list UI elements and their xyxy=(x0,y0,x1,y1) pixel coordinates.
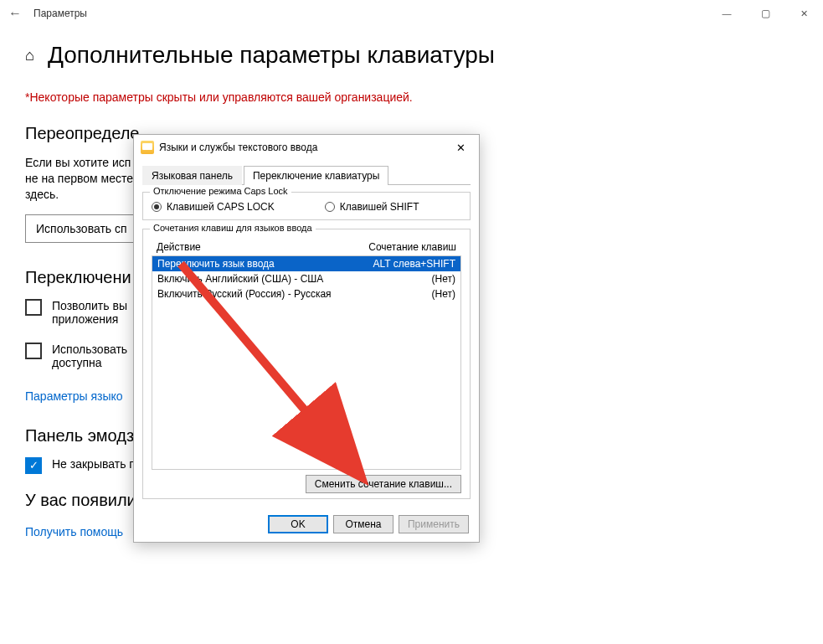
group-label: Сочетания клавиш для языков ввода xyxy=(150,223,316,233)
change-hotkey-button[interactable]: Сменить сочетание клавиш... xyxy=(306,475,461,493)
radio-icon xyxy=(152,202,162,212)
dialog-title: Языки и службы текстового ввода xyxy=(159,142,317,153)
radio-label: Клавишей CAPS LOCK xyxy=(167,201,275,213)
cell-action: Включить Английский (США) - США xyxy=(157,273,323,285)
get-help-link[interactable]: Получить помощь xyxy=(25,525,123,538)
apply-button[interactable]: Применить xyxy=(399,515,469,533)
window-titlebar: ← Параметры xyxy=(0,0,823,27)
language-bar-options-link[interactable]: Параметры языко xyxy=(25,389,123,403)
checkbox-label: Позволить вы приложения xyxy=(52,299,127,326)
back-icon[interactable]: ← xyxy=(8,6,33,21)
radio-icon xyxy=(325,202,335,212)
col-keys: Сочетание клавиш xyxy=(368,241,456,253)
home-icon[interactable]: ⌂ xyxy=(25,47,34,64)
capslock-group: Отключение режима Caps Lock Клавишей CAP… xyxy=(142,192,471,220)
radio-capslock-shift[interactable]: Клавишей SHIFT xyxy=(325,201,419,213)
list-item[interactable]: Включить Русский (Россия) - Русская (Нет… xyxy=(152,286,460,301)
page-heading: Дополнительные параметры клавиатуры xyxy=(48,42,495,69)
cell-keys: ALT слева+SHIFT xyxy=(373,258,456,270)
override-language-button[interactable]: Использовать сп xyxy=(25,214,138,243)
checkbox-label: Использовать доступна xyxy=(52,343,127,369)
checkbox-icon xyxy=(25,457,42,474)
maximize-button[interactable] xyxy=(746,0,784,27)
ok-button[interactable]: OK xyxy=(268,515,328,533)
window-title: Параметры xyxy=(33,8,87,19)
list-item[interactable]: Переключить язык ввода ALT слева+SHIFT xyxy=(152,256,460,271)
dialog-close-button[interactable]: ✕ xyxy=(449,142,472,154)
group-label: Отключение режима Caps Lock xyxy=(150,186,291,196)
cell-keys: (Нет) xyxy=(432,273,455,285)
radio-capslock-caps[interactable]: Клавишей CAPS LOCK xyxy=(152,201,275,213)
list-header: Действие Сочетание клавиш xyxy=(152,238,461,255)
keyboard-icon xyxy=(141,141,154,154)
list-item[interactable]: Включить Английский (США) - США (Нет) xyxy=(152,271,460,286)
heading-row: ⌂ Дополнительные параметры клавиатуры xyxy=(25,42,798,69)
cancel-button[interactable]: Отмена xyxy=(333,515,393,533)
minimize-button[interactable] xyxy=(707,0,746,27)
dialog-titlebar: Языки и службы текстового ввода ✕ xyxy=(134,135,479,160)
col-action: Действие xyxy=(157,241,201,253)
close-button[interactable] xyxy=(784,0,823,27)
cell-action: Включить Русский (Россия) - Русская xyxy=(157,288,332,300)
checkbox-icon xyxy=(25,299,42,316)
hotkey-list[interactable]: Переключить язык ввода ALT слева+SHIFT В… xyxy=(152,255,461,470)
dialog-tabs: Языковая панель Переключение клавиатуры xyxy=(142,165,471,185)
checkbox-icon xyxy=(25,343,42,359)
radio-label: Клавишей SHIFT xyxy=(340,201,419,213)
policy-warning: *Некоторые параметры скрыты или управляю… xyxy=(25,90,798,104)
dialog-body: Языковая панель Переключение клавиатуры … xyxy=(134,160,479,516)
dialog-footer: OK Отмена Применить xyxy=(268,515,469,533)
hotkeys-group: Сочетания клавиш для языков ввода Действ… xyxy=(142,229,471,499)
cell-action: Переключить язык ввода xyxy=(157,258,275,270)
tab-language-bar[interactable]: Языковая панель xyxy=(142,166,242,185)
text-services-dialog: Языки и службы текстового ввода ✕ Языков… xyxy=(133,134,480,543)
tab-keyboard-switching[interactable]: Переключение клавиатуры xyxy=(244,166,388,185)
cell-keys: (Нет) xyxy=(432,288,455,300)
window-controls xyxy=(707,0,823,27)
